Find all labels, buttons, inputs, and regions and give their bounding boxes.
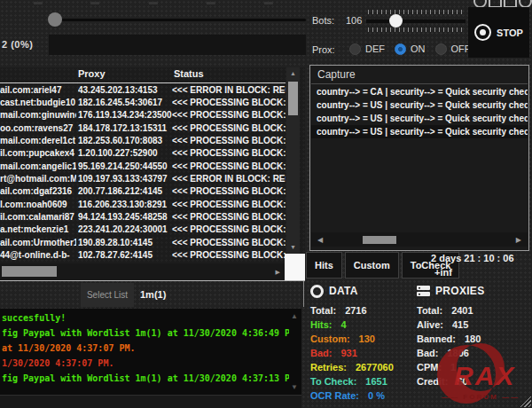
stat-value: 931 [340,348,356,362]
account-cell: 44@t-online.d-b- [0,250,76,260]
table-row[interactable]: cast.net:budgie10 182.16.245.54:30617 <<… [0,96,286,108]
table-row[interactable]: mail.com:derel1ct 182.253.60.170:8083 <<… [0,134,286,146]
stat-value: 1 [450,362,456,376]
stat-value: 2401 [451,305,473,319]
stat-row: Retries: 2677060 [310,362,421,376]
capture-horizontal-scrollbar[interactable]: ◀ ▶ [311,232,528,247]
section-divider [303,281,304,307]
proxies-stats-title: PROXIES [435,285,484,297]
radio-label: ON [411,43,426,54]
stat-label: OCR Rate: [310,390,359,404]
table-row[interactable]: ail.com:Urmother1 190.89.28.10:4145 <<< … [0,236,286,248]
table-row[interactable]: oo.com:ravens27 184.178.172.13:15311 <<<… [0,122,286,134]
data-stats-items: Total: 2716 Hits: 4 Custom: 130 Bad: 931… [310,305,421,404]
scrollbar-thumb[interactable] [363,236,396,244]
status-cell: <<< PROCESSING BLOCK: R [172,98,286,107]
table-row[interactable]: 44@t-online.d-b- 102.78.27.62:4145 <<< P… [0,248,286,261]
table-row[interactable]: il.com:pupcakex4 1.20.100.227:52900 <<< … [0,147,286,160]
table-row[interactable]: ail.com:ariel47 43.245.202.13:4153 <<< E… [0,83,286,96]
prox-radio-group: DEF ON OFF [349,42,471,56]
scrollbar-thumb[interactable] [2,266,57,277]
capture-list: country--> = CA | security--> = Quick se… [311,85,528,138]
status-cell: <<< PROCESSING BLOCK: R [172,136,286,145]
status-cell: <<< PROCESSING BLOCK: R [172,224,286,234]
bots-slider[interactable] [366,10,466,32]
scroll-up-icon[interactable]: ▲ [291,312,298,320]
elapsed-time: 2 days 21 : 10 : 06 [431,253,514,263]
proxies-stats-header: PROXIES [417,284,528,298]
resize-grip-icon[interactable] [519,395,531,407]
proxies-stats-items: Total: 2401 Alive: 415 Banned: 180 Bad: … [417,305,528,390]
status-cell: <<< PROCESSING BLOCK: R [172,161,286,171]
stat-row: Hits: 4 [310,319,421,333]
threads-slider[interactable] [43,9,309,30]
toolbar-icon [149,2,158,4]
scroll-down-icon[interactable]: ▼ [291,383,298,391]
slider-thumb-icon[interactable] [389,14,403,27]
account-cell: ail.com:dgaf2316 [0,186,76,196]
toolbar-icon [34,2,43,4]
account-cell: ail.com:ariel47 [0,85,76,95]
scroll-up-icon[interactable]: ▲ [286,70,300,77]
results-tab-button[interactable]: Custom [345,252,399,279]
account-cell: a.net:mckenzie1 [0,224,76,234]
stat-row: Alive: 415 [417,319,528,333]
scroll-right-icon[interactable]: ▶ [516,237,521,244]
select-list-button[interactable]: Select List [81,283,134,307]
table-row[interactable]: mail.com:angelic1 95.169.214.250:44550 <… [0,160,286,172]
stat-row: Banned: 180 [417,333,528,348]
proxy-cell: 176.119.134.234:23500 [78,110,172,120]
prox-radio[interactable]: DEF [349,43,385,55]
data-circle-icon [310,285,324,298]
toolbar-icon [207,2,215,4]
prox-radio[interactable]: ON [395,43,426,55]
scrollbar-thumb[interactable] [288,82,298,115]
account-cell: mail.com:angelic1 [0,161,76,171]
table-horizontal-scrollbar[interactable]: ▶ [0,263,285,279]
table-row[interactable]: l.com:noah0609 116.206.233.130:8291 <<< … [0,198,286,210]
stat-label: CPM: [417,362,442,376]
scroll-right-icon[interactable]: ▶ [276,269,280,276]
log-line: 1/30/2020 4:37:07 PM. [2,356,289,371]
log-console[interactable]: succesfully!fig Paypal with Wordlist 1m(… [0,309,301,395]
stat-row: To Check: 1651 [310,376,421,390]
capture-row[interactable]: country--> = CA | security--> = Quick se… [311,85,528,98]
status-cell: <<< ERROR IN BLOCK: REQU [172,85,286,95]
table-row[interactable]: a.net:mckenzie1 223.241.20.224:30001 <<<… [0,224,286,236]
proxy-cell: 184.178.172.13:15311 [78,123,172,133]
column-header-proxy[interactable]: Proxy [78,68,106,79]
slider-thumb-icon[interactable] [48,12,62,27]
status-cell: <<< PROCESSING BLOCK: R [172,110,286,120]
toolbar-icon [90,2,99,4]
capture-row[interactable]: country--> = US | security--> = Quick se… [311,112,528,125]
capture-row[interactable]: country--> = US | security--> = Quick se… [311,125,528,138]
table-row[interactable]: mail.com:ginuwine 176.119.134.234:23500 … [0,109,286,122]
table-vertical-scrollbar[interactable]: ▲ ▼ [286,67,300,254]
stop-button[interactable]: STOP [468,7,529,58]
status-cell: <<< PROCESSING BLOCK: R [172,186,286,196]
scrollbar-corner [285,254,305,280]
results-tab-button[interactable]: Hits [306,252,342,279]
proxy-cell: 190.89.28.10:4145 [78,238,172,247]
table-rows: ail.com:ariel47 43.245.202.13:4153 <<< E… [0,83,286,263]
account-cell: rt@hotmail.com:Mc [0,174,76,184]
table-row[interactable]: ail.com:dgaf2316 200.77.186.212:4145 <<<… [0,185,286,198]
column-header-status[interactable]: Status [174,68,204,79]
table-row[interactable]: rt@hotmail.com:Mc 109.197.93.133:43797 <… [0,172,286,184]
watermark-subtext: —— FORUM —— [442,393,520,401]
capture-panel: Capture country--> = CA | security--> = … [309,65,529,251]
prox-radio[interactable]: OFF [435,43,471,55]
stat-row: Credit: $0 [417,376,528,390]
proxy-cell: 94.124.193.245:48258 [78,212,172,222]
bottom-strip [0,395,301,408]
table-row[interactable]: il.com:calamari87 94.124.193.245:48258 <… [0,210,286,223]
slider-ticks [368,10,464,14]
account-cell: il.com:calamari87 [0,212,76,222]
bots-label: Bots: [312,15,334,26]
stat-value: 4 [340,319,346,333]
account-cell: mail.com:derel1ct [0,136,76,145]
scroll-left-icon[interactable]: ◀ [317,237,323,244]
scroll-down-icon[interactable]: ▼ [286,244,300,251]
log-line: fig Paypal with Wordlist 1m(1) at 11/30/… [2,371,289,386]
capture-row[interactable]: country--> = US | security--> = Quick se… [311,98,528,112]
